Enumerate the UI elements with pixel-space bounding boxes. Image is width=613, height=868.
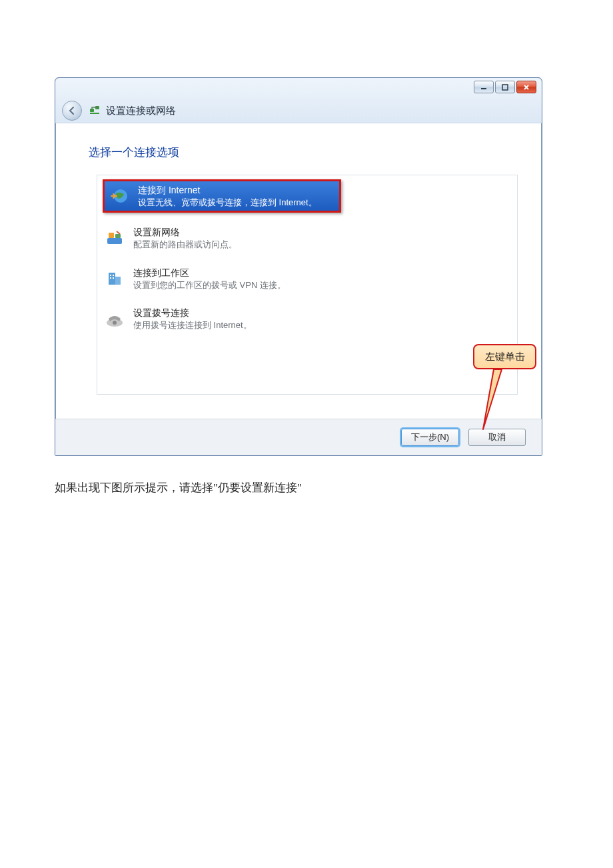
building-icon [104,268,125,289]
wizard-footer: 下一步(N) 取消 [55,419,542,455]
next-button[interactable]: 下一步(N) [401,429,459,446]
svg-rect-8 [115,234,121,238]
svg-rect-14 [113,277,114,279]
option-title: 连接到工作区 [133,267,286,279]
option-title: 连接到 Internet [138,184,317,197]
back-arrow-icon [67,105,77,116]
option-dialup[interactable]: 设置拨号连接 使用拨号连接连接到 Internet。 [103,303,512,335]
minimize-button[interactable] [474,81,494,93]
annotation-callout: 左键单击 [473,344,536,369]
svg-rect-1 [502,85,508,90]
svg-rect-12 [113,275,114,276]
svg-rect-0 [481,88,486,89]
option-connect-internet[interactable]: 连接到 Internet 设置无线、宽带或拨号连接，连接到 Internet。 [103,179,341,213]
page-heading: 选择一个连接选项 [89,145,512,160]
option-desc: 设置无线、宽带或拨号连接，连接到 Internet。 [138,197,317,209]
phone-modem-icon [104,309,125,330]
wizard-window: 设置连接或网络 选择一个连接选项 连接到 Internet 设置无线、宽带 [55,77,542,456]
option-desc: 使用拨号连接连接到 Internet。 [133,319,252,331]
titlebar: 设置连接或网络 [55,78,542,123]
option-setup-network[interactable]: 设置新网络 配置新的路由器或访问点。 [103,222,512,254]
window-title: 设置连接或网络 [106,105,176,117]
svg-rect-9 [109,273,115,285]
close-button[interactable] [516,81,536,93]
option-desc: 设置到您的工作区的拨号或 VPN 连接。 [133,279,286,291]
svg-rect-13 [110,277,111,279]
router-icon [104,228,125,249]
option-desc: 配置新的路由器或访问点。 [133,239,237,251]
back-button[interactable] [62,101,82,121]
option-title: 设置拨号连接 [133,307,252,319]
svg-rect-4 [90,113,99,114]
instruction-text: 如果出现下图所示提示，请选择"仍要设置新连接" [55,480,558,495]
options-list: 连接到 Internet 设置无线、宽带或拨号连接，连接到 Internet。 [97,175,518,395]
maximize-button[interactable] [495,81,515,93]
svg-rect-6 [107,238,122,244]
svg-rect-7 [109,233,114,238]
window-controls [474,81,536,93]
svg-point-16 [113,321,117,325]
option-title: 设置新网络 [133,226,237,239]
svg-rect-11 [110,275,111,276]
globe-icon [109,185,130,207]
svg-rect-10 [115,277,121,285]
option-connect-workplace[interactable]: 连接到工作区 设置到您的工作区的拨号或 VPN 连接。 [103,263,512,295]
wizard-body: 选择一个连接选项 连接到 Internet 设置无线、宽带或拨号连接，连接到 I… [55,123,542,403]
callout-text: 左键单击 [485,351,525,363]
svg-rect-2 [90,109,94,112]
network-wizard-icon [89,104,101,116]
